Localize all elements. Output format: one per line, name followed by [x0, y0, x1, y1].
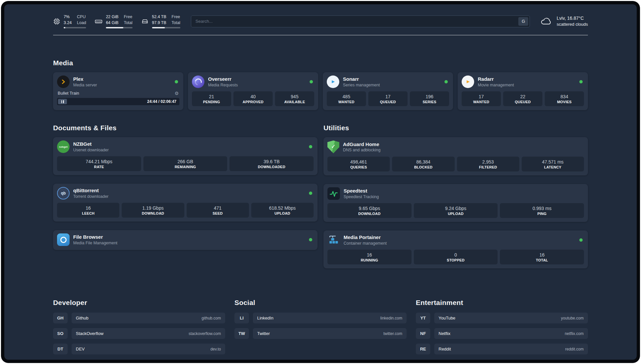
stat-value: 2,953: [482, 159, 494, 165]
stat-label: QUEUED: [380, 100, 396, 104]
app-card-adguard[interactable]: ✓ AdGuard Home DNS and adblocking 498,46…: [323, 137, 588, 175]
app-subtitle-sonarr: Series management: [343, 82, 441, 88]
bookmark-name: DEV: [76, 347, 85, 351]
stat-label: SERIES: [423, 100, 437, 104]
cpu-percent: 7%: [64, 14, 72, 20]
speedtest-graph-icon: [327, 187, 340, 200]
portainer-stats: 16 RUNNING 0 STOPPED 16 TOTAL: [327, 250, 584, 264]
bookmark-twitter[interactable]: TW Twitter twitter.com: [234, 328, 407, 339]
bookmark-name: Github: [76, 316, 88, 320]
bookmark-url: dev.to: [210, 347, 221, 351]
search-engine-button[interactable]: G: [518, 17, 528, 26]
now-playing-title: Bullet Train: [58, 91, 79, 96]
disk-total-value: 97.9 TB: [152, 20, 167, 26]
app-card-qbittorrent[interactable]: qb qBittorrent Torrent downloader 16 LEE…: [53, 184, 318, 222]
app-card-speedtest[interactable]: Speedtest Speedtest Tracking 9.65 Gbps D…: [323, 184, 588, 222]
app-card-filebrowser[interactable]: File Browser Media File Management: [53, 230, 318, 250]
nzbget-icon: nzbget: [57, 140, 70, 153]
stat-label: REMAINING: [175, 165, 196, 169]
stat-value: 471: [214, 205, 221, 211]
speedtest-stats: 9.65 Gbps DOWNLOAD 9.24 Gbps UPLOAD 0.99…: [327, 203, 584, 218]
bookmark-linkedin[interactable]: LI LinkedIn linkedin.com: [234, 313, 407, 323]
app-card-nzbget[interactable]: nzbget NZBGet Usenet downloader 744.21 M…: [53, 137, 318, 175]
stat-label: WANTED: [338, 100, 354, 104]
app-card-sonarr[interactable]: Sonarr Series management 485 WANTED 17 Q…: [323, 72, 453, 110]
bookmark-youtube[interactable]: YT YouTube youtube.com: [416, 313, 588, 323]
header-divider: [53, 35, 588, 35]
search-bar: G: [191, 15, 530, 27]
stat-label: APPROVED: [243, 100, 263, 104]
stat-series: 196 SERIES: [410, 91, 449, 106]
app-subtitle-overseerr: Media Requests: [208, 82, 306, 88]
section-title-developer: Developer: [53, 299, 225, 307]
weather-condition: scattered clouds: [557, 21, 588, 27]
stat-wanted: 485 WANTED: [327, 91, 366, 106]
stat-value: 17: [385, 94, 391, 99]
app-subtitle-adguard: DNS and adblocking: [343, 147, 584, 153]
stat-movies: 834 MOVIES: [545, 91, 584, 106]
bookmark-dev[interactable]: DT DEV dev.to: [53, 344, 225, 354]
section-title-social: Social: [234, 299, 407, 307]
stat-label: MOVIES: [557, 100, 572, 104]
app-subtitle-nzbget: Usenet downloader: [73, 147, 305, 153]
app-name-overseerr: Overseerr: [208, 76, 306, 82]
stat-download: 9.65 Gbps DOWNLOAD: [327, 203, 412, 218]
sonarr-stats: 485 WANTED 17 QUEUED 196 SERIES: [327, 91, 449, 106]
app-name-sonarr: Sonarr: [343, 76, 441, 82]
status-online-dot: [309, 238, 312, 241]
stat-queued: 17 QUEUED: [368, 91, 408, 106]
stat-label: PENDING: [203, 100, 220, 104]
bookmark-name: LinkedIn: [257, 316, 273, 320]
bookmark-stackoverflow[interactable]: SO StackOverflow stackoverflow.com: [53, 328, 225, 339]
app-subtitle-portainer: Container management: [344, 241, 576, 246]
bookmark-github[interactable]: GH Github github.com: [53, 313, 225, 323]
bookmark-group-social: Social LI LinkedIn linkedin.com TW Twitt…: [234, 299, 407, 359]
settings-gear-icon[interactable]: ⚙: [174, 91, 179, 96]
section-title-documents: Documents & Files: [53, 124, 318, 132]
stat-value: 22: [520, 94, 526, 99]
stat-value: 21: [209, 94, 214, 99]
playback-bar: 24:44 / 02:06:47: [57, 98, 179, 105]
bookmark-netflix[interactable]: NF Netflix netflix.com: [416, 328, 588, 339]
status-online-dot: [579, 80, 583, 83]
stat-available: 945 AVAILABLE: [275, 91, 314, 106]
bookmark-reddit[interactable]: RE Reddit reddit.com: [416, 344, 588, 354]
qbittorrent-icon-text: qb: [61, 191, 66, 196]
stat-label: UPLOAD: [275, 211, 290, 215]
stat-value: 86,384: [416, 159, 430, 165]
disk-label-free: Free: [171, 14, 180, 20]
cpu-label-top: CPU: [77, 14, 86, 20]
app-card-radarr[interactable]: Radarr Movie management 17 WANTED 22 QUE…: [458, 72, 588, 110]
app-subtitle-radarr: Movie management: [478, 82, 576, 88]
stat-label: PING: [537, 212, 547, 216]
app-card-overseerr[interactable]: Overseerr Media Requests 21 PENDING 40 A…: [188, 72, 318, 110]
stat-label: STOPPED: [447, 258, 465, 262]
cpu-icon: [53, 18, 60, 25]
linkedin-abbr-icon: LI: [234, 313, 249, 323]
window-frame: 7% 3.24 CPU Load: [1, 1, 640, 363]
app-name-portainer: Media Portainer: [344, 234, 576, 241]
reddit-abbr-icon: RE: [416, 344, 430, 354]
adguard-check-glyph: ✓: [331, 143, 336, 150]
app-card-plex[interactable]: Plex Media server Bullet Train ⚙ 24:44 /…: [53, 72, 183, 110]
stat-value: 9.24 Gbps: [445, 206, 467, 211]
stat-label: DOWNLOAD: [358, 212, 381, 216]
weather-widget: Lviv, 16.87°C scattered clouds: [540, 15, 588, 27]
pause-button[interactable]: [58, 99, 67, 104]
app-card-portainer[interactable]: Media Portainer Container management 16 …: [323, 230, 588, 268]
cpu-progress-fill: [64, 27, 65, 28]
stat-label: FILTERED: [479, 165, 497, 169]
stat-label: AVAILABLE: [284, 100, 305, 104]
stat-value: 39.6 TB: [263, 159, 280, 164]
now-playing-widget: Bullet Train ⚙ 24:44 / 02:06:47: [57, 91, 179, 105]
stat-pending: 21 PENDING: [192, 91, 231, 106]
stat-downloaded: 39.6 TB DOWNLOADED: [229, 156, 314, 171]
plex-icon: [57, 76, 70, 88]
stat-label: UPLOAD: [448, 212, 464, 216]
portainer-crane-icon: [327, 234, 340, 246]
stat-value: 498,461: [350, 159, 367, 165]
app-name-plex: Plex: [73, 76, 171, 82]
memory-label-free: Free: [124, 14, 132, 20]
search-input[interactable]: [191, 15, 530, 27]
stat-value: 1.19 Gbps: [142, 205, 164, 211]
